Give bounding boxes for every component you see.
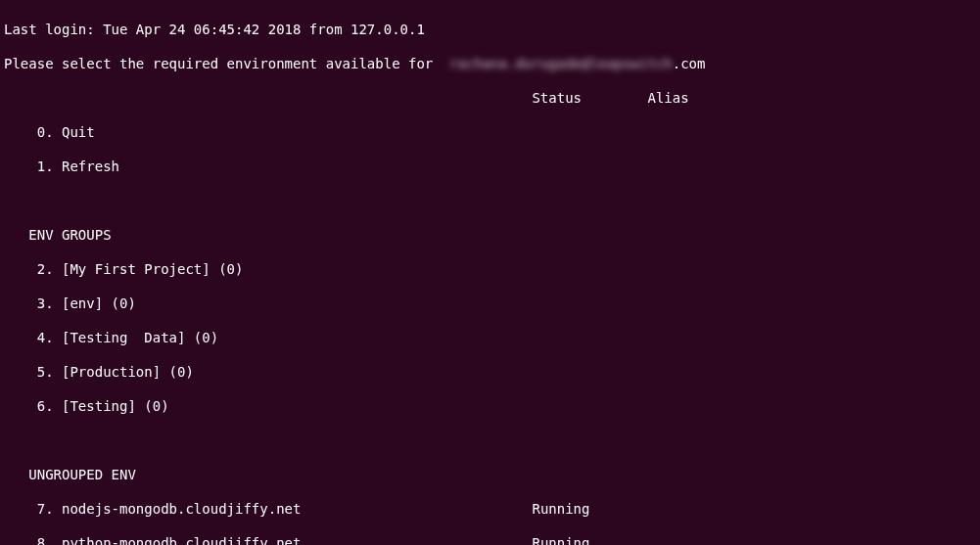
env-group-item: 5. [Production] (0) (4, 364, 976, 382)
header-status: Status (532, 90, 582, 106)
select-env-line: Please select the required environment a… (4, 56, 976, 73)
ungrouped-name: 7. nodejs-mongodb.cloudjiffy.net (4, 501, 301, 517)
ungrouped-title: UNGROUPED ENV (4, 467, 976, 484)
select-env-suffix: .com (673, 56, 706, 71)
blank (4, 193, 976, 210)
select-env-prefix: Please select the required environment a… (4, 56, 449, 71)
ungrouped-name: 8. python-mongodb.cloudjiffy.net (4, 535, 301, 546)
ungrouped-status: Running (532, 501, 589, 517)
login-line: Last login: Tue Apr 24 06:45:42 2018 fro… (4, 22, 976, 39)
option-quit: 0. Quit (4, 124, 976, 142)
env-header-row: Status Alias (4, 90, 976, 108)
ungrouped-item: 7. nodejs-mongodb.cloudjiffy.net Running (4, 501, 976, 519)
ungrouped-status: Running (532, 535, 589, 546)
option-refresh: 1. Refresh (4, 159, 976, 176)
header-alias: Alias (647, 90, 688, 106)
blurred-user: rachana.dorugade@leapswitch (449, 56, 673, 71)
env-group-item: 3. [env] (0) (4, 295, 976, 313)
env-groups-title: ENV GROUPS (4, 227, 976, 245)
blank (4, 432, 976, 450)
env-group-item: 4. [Testing Data] (0) (4, 330, 976, 347)
ungrouped-item: 8. python-mongodb.cloudjiffy.net Running (4, 535, 976, 546)
terminal-output[interactable]: Last login: Tue Apr 24 06:45:42 2018 fro… (0, 0, 980, 545)
env-group-item: 2. [My First Project] (0) (4, 261, 976, 279)
env-group-item: 6. [Testing] (0) (4, 398, 976, 416)
